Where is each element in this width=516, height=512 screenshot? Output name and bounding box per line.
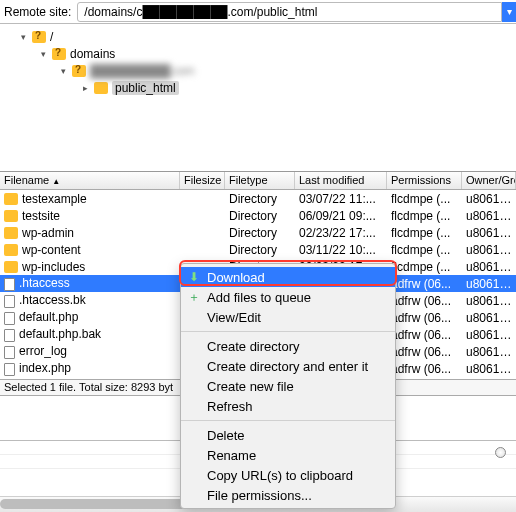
tree-node-label: ██████████.com [90,64,194,78]
remote-site-path-input[interactable] [77,2,502,22]
menu-create-directory[interactable]: Create directory [181,336,395,356]
context-menu: ⬇ Download ＋ Add files to queue View/Edi… [180,263,396,509]
file-modified: 02/23/22 17:... [295,226,387,240]
menu-separator [181,331,395,332]
file-owner: u8061490... [462,345,516,359]
file-permissions: adfrw (06... [387,294,462,308]
menu-create-new-file[interactable]: Create new file [181,376,395,396]
file-permissions: adfrw (06... [387,311,462,325]
column-label: Filename [4,174,49,186]
status-indicator-icon [495,447,506,458]
file-list-header[interactable]: Filename ▲ Filesize Filetype Last modifi… [0,172,516,190]
folder-unknown-icon [52,48,66,60]
menu-create-directory-enter[interactable]: Create directory and enter it [181,356,395,376]
menu-label: Create directory and enter it [207,359,368,374]
file-icon [4,346,15,359]
disclosure-icon[interactable]: ▸ [80,83,90,93]
column-header-last-modified[interactable]: Last modified [295,172,387,189]
tree-domain[interactable]: ▾ ██████████.com [8,62,508,79]
folder-row[interactable]: wp-contentDirectory03/11/22 10:...flcdmp… [0,241,516,258]
column-header-filetype[interactable]: Filetype [225,172,295,189]
file-owner: u8061490... [462,209,516,223]
directory-tree: ▾ / ▾ domains ▾ ██████████.com ▸ public_… [0,24,516,172]
column-header-owner[interactable]: Owner/Group [462,172,516,189]
column-header-permissions[interactable]: Permissions [387,172,462,189]
file-permissions: adfrw (06... [387,328,462,342]
file-permissions: flcdmpe (... [387,192,462,206]
tree-public-html[interactable]: ▸ public_html [8,79,508,96]
menu-label: Download [207,270,265,285]
file-icon [4,329,15,342]
menu-delete[interactable]: Delete [181,425,395,445]
folder-unknown-icon [32,31,46,43]
folder-row[interactable]: wp-adminDirectory02/23/22 17:...flcdmpe … [0,224,516,241]
tree-node-label: / [50,30,53,44]
tree-node-label: public_html [112,81,179,95]
file-owner: u8061490... [462,362,516,376]
menu-label: File permissions... [207,488,312,503]
file-owner: u8061490... [462,192,516,206]
tree-root[interactable]: ▾ / [8,28,508,45]
menu-label: Copy URL(s) to clipboard [207,468,353,483]
column-header-filename[interactable]: Filename ▲ [0,172,180,189]
menu-label: Create new file [207,379,294,394]
file-owner: u8061490... [462,243,516,257]
file-name: wp-includes [22,260,85,274]
file-type: Directory [225,192,295,206]
folder-icon [4,227,18,239]
remote-site-bar: Remote site: ▾ [0,0,516,24]
folder-row[interactable]: testexampleDirectory03/07/22 11:...flcdm… [0,190,516,207]
file-name: .htaccess [19,276,70,290]
menu-separator [181,420,395,421]
sort-asc-icon: ▲ [52,177,60,186]
file-type: Directory [225,243,295,257]
remote-site-dropdown[interactable]: ▾ [502,2,516,22]
menu-label: Rename [207,448,256,463]
file-name: default.php.bak [19,327,101,341]
folder-unknown-icon [72,65,86,77]
file-icon [4,295,15,308]
file-icon [4,312,15,325]
file-permissions: adfrw (06... [387,345,462,359]
file-name: default.php [19,310,78,324]
file-icon [4,278,15,291]
menu-rename[interactable]: Rename [181,445,395,465]
folder-row[interactable]: testsiteDirectory06/09/21 09:...flcdmpe … [0,207,516,224]
menu-add-to-queue[interactable]: ＋ Add files to queue [181,287,395,307]
file-name: index.php [19,361,71,375]
tree-domains[interactable]: ▾ domains [8,45,508,62]
file-name: error_log [19,344,67,358]
download-arrow-icon: ⬇ [187,270,201,284]
menu-view-edit[interactable]: View/Edit [181,307,395,327]
menu-copy-url[interactable]: Copy URL(s) to clipboard [181,465,395,485]
disclosure-icon[interactable]: ▾ [58,66,68,76]
folder-icon [4,210,18,222]
menu-file-permissions[interactable]: File permissions... [181,485,395,505]
file-permissions: adfrw (06... [387,277,462,291]
file-modified: 03/11/22 10:... [295,243,387,257]
file-permissions: flcdmpe (... [387,226,462,240]
file-modified: 06/09/21 09:... [295,209,387,223]
disclosure-icon[interactable]: ▾ [18,32,28,42]
file-owner: u8061490... [462,260,516,274]
file-name: testsite [22,209,60,223]
folder-icon [4,193,18,205]
folder-icon [4,261,18,273]
file-name: testexample [22,192,87,206]
disclosure-icon[interactable]: ▾ [38,49,48,59]
menu-label: View/Edit [207,310,261,325]
menu-download[interactable]: ⬇ Download [181,267,395,287]
file-icon [4,363,15,376]
menu-refresh[interactable]: Refresh [181,396,395,416]
menu-label: Refresh [207,399,253,414]
file-name: wp-admin [22,226,74,240]
folder-icon [94,82,108,94]
column-header-filesize[interactable]: Filesize [180,172,225,189]
file-permissions: adfrw (06... [387,362,462,376]
file-name: .htaccess.bk [19,293,86,307]
menu-label: Add files to queue [207,290,311,305]
menu-label: Create directory [207,339,299,354]
remote-site-label: Remote site: [0,5,77,19]
file-owner: u8061490... [462,294,516,308]
folder-icon [4,244,18,256]
